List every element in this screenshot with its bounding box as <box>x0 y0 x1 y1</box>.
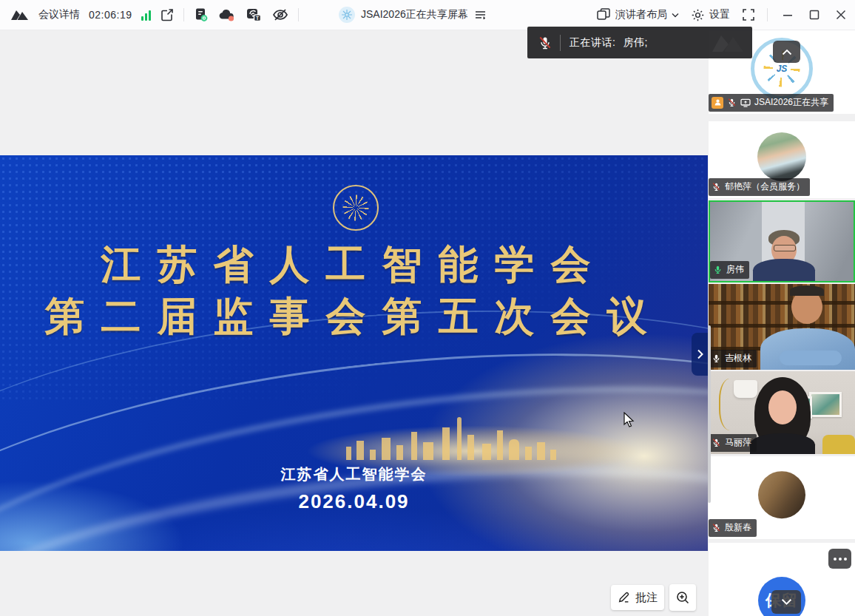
watermark-logo-icon <box>709 30 748 58</box>
svg-text:T: T <box>256 16 259 21</box>
chevron-down-icon <box>672 13 679 18</box>
participant-avatar <box>757 132 806 181</box>
divider <box>767 8 768 21</box>
divider <box>560 35 561 51</box>
participant-avatar <box>758 471 805 518</box>
participant-tile-yinxinchun[interactable]: 殷新春 <box>709 456 855 539</box>
participant-name: 马丽萍 <box>725 436 751 449</box>
minimize-button[interactable] <box>783 10 793 20</box>
chevron-down-icon <box>781 598 792 606</box>
participant-tile-jigenlin[interactable]: 吉根林 <box>709 284 855 370</box>
speaking-prefix: 正在讲话: <box>570 36 615 50</box>
pen-icon <box>618 591 631 604</box>
mic-muted-icon <box>712 182 721 192</box>
annotate-button[interactable]: 批注 <box>611 585 664 610</box>
speaking-toast: 正在讲话: 房伟; <box>527 27 752 58</box>
participant-name: 郁艳萍（会员服务） <box>725 180 805 193</box>
participant-label: 房伟 <box>710 261 749 279</box>
network-signal-icon[interactable] <box>141 10 151 21</box>
meeting-timer: 02:06:19 <box>89 9 132 21</box>
magnifier-plus-icon <box>675 590 690 605</box>
layout-selector[interactable]: 演讲者布局 <box>596 8 679 21</box>
collapse-strip-button[interactable] <box>773 41 800 63</box>
member-badge-icon <box>712 97 723 109</box>
presentation-slide: 江苏省人工智能学会 第二届监事会第五次会议 <box>0 155 708 551</box>
speaking-name: 房伟; <box>623 36 647 50</box>
annotate-label: 批注 <box>635 591 658 605</box>
participant-label: 马丽萍 <box>709 434 757 452</box>
zoom-in-button[interactable] <box>669 584 696 611</box>
participant-more-button[interactable] <box>828 549 851 569</box>
maximize-button[interactable] <box>809 10 819 20</box>
layout-label: 演讲者布局 <box>615 8 667 21</box>
participant-tile-yuyanping[interactable]: 郁艳萍（会员服务） <box>709 121 855 198</box>
participants-strip: JS JSAI2026正在共享 郁艳萍（会员服务） <box>708 30 855 616</box>
participant-name: 殷新春 <box>725 521 751 534</box>
cloud-status-icon[interactable] <box>218 7 236 23</box>
participant-name: JSAI2026正在共享 <box>754 96 828 109</box>
meeting-details-button[interactable]: 会议详情 <box>38 8 80 21</box>
settings-label: 设置 <box>709 8 730 21</box>
mic-muted-icon <box>712 438 721 447</box>
slide-footer-org: 江苏省人工智能学会 <box>0 464 708 484</box>
live-caption-icon[interactable]: T <box>245 7 263 23</box>
participant-name: 吉根林 <box>725 352 751 365</box>
slide-footer-date: 2026.04.09 <box>0 490 708 513</box>
participant-name: 房伟 <box>726 263 744 276</box>
recording-file-status-icon[interactable] <box>193 7 209 23</box>
society-emblem-icon <box>333 185 379 231</box>
participant-label: 殷新春 <box>709 519 757 537</box>
shared-screen-area: 江苏省人工智能学会 第二届监事会第五次会议 <box>0 30 708 616</box>
slide-footer: 江苏省人工智能学会 2026.04.09 <box>0 464 708 513</box>
fullscreen-icon[interactable] <box>742 8 755 21</box>
hide-view-icon[interactable] <box>271 7 289 23</box>
ellipsis-icon <box>834 558 847 561</box>
scroll-down-button[interactable] <box>771 590 801 614</box>
meeting-window: 会议详情 02:06:19 T JSA <box>0 0 855 616</box>
title-bar: 会议详情 02:06:19 T JSA <box>0 0 855 30</box>
screen-share-icon <box>740 98 751 107</box>
participant-tile-fangwei[interactable]: 房伟 <box>709 200 855 282</box>
mic-muted-icon <box>712 523 721 532</box>
participant-label: 郁艳萍（会员服务） <box>709 178 810 196</box>
gear-icon <box>691 8 705 22</box>
slide-title-line1: 江苏省人工智能学会 <box>0 238 708 290</box>
sidebar-scrollbar[interactable] <box>708 325 711 503</box>
pop-out-icon[interactable] <box>160 7 175 22</box>
sidebar-collapse-chevron[interactable] <box>692 333 708 376</box>
share-options-icon[interactable] <box>474 9 487 21</box>
app-logo-icon <box>10 8 30 21</box>
divider <box>298 8 299 21</box>
chevron-up-icon <box>782 49 792 55</box>
sharer-avatar <box>339 7 355 23</box>
participant-label: JSAI2026正在共享 <box>709 94 834 112</box>
slide-title: 江苏省人工智能学会 第二届监事会第五次会议 <box>0 238 708 342</box>
mic-muted-icon <box>538 35 552 50</box>
mic-active-icon <box>713 265 723 274</box>
divider <box>183 8 184 21</box>
mic-on-icon <box>712 353 721 363</box>
participant-tile-maliping[interactable]: 马丽萍 <box>709 371 855 454</box>
close-button[interactable] <box>836 10 846 20</box>
slide-title-line2: 第二届监事会第五次会议 <box>0 290 708 342</box>
participant-label: 吉根林 <box>709 350 757 368</box>
sharing-banner: JSAI2026正在共享屏幕 <box>361 8 468 21</box>
mic-muted-icon <box>727 98 737 107</box>
settings-button[interactable]: 设置 <box>691 8 730 22</box>
